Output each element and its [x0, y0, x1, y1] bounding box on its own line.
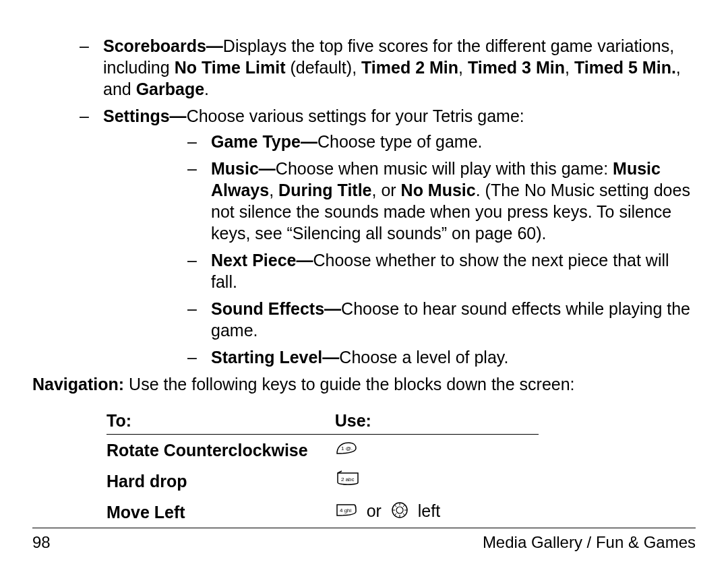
- move-left-or: or: [363, 501, 386, 520]
- settings-sublist: Game Type—Choose type of game. Music—Cho…: [171, 131, 696, 368]
- bullet-scoreboards: Scoreboards—Displays the top five scores…: [66, 35, 696, 100]
- options-list: Scoreboards—Displays the top five scores…: [66, 35, 696, 368]
- svg-text:1  @.: 1 @.: [341, 445, 353, 451]
- keys-table: To: Use: Rotate Counterclockwise 1 @. Ha…: [107, 407, 539, 528]
- startinglevel-head: Starting Level—: [211, 348, 339, 367]
- nextpiece-head: Next Piece—: [211, 251, 313, 270]
- action-rotate-ccw: Rotate Counterclockwise: [107, 435, 335, 466]
- svg-line-11: [394, 513, 396, 516]
- music-t3: , or: [372, 181, 401, 199]
- key-2-icon: 2 abc: [335, 470, 361, 493]
- music-t1: Choose when music will play with this ga…: [276, 159, 613, 178]
- bullet-nextpiece: Next Piece—Choose whether to show the ne…: [171, 249, 696, 292]
- key-4-icon: 4 ghi: [335, 501, 358, 524]
- keys-table-head-use: Use:: [335, 407, 539, 435]
- scoreboards-b2: Timed 2 Min: [361, 58, 458, 77]
- bullet-soundeffects: Sound Effects—Choose to hear sound effec…: [171, 298, 696, 341]
- page-footer: 98 Media Gallery / Fun & Games: [32, 528, 696, 553]
- bullet-gametype: Game Type—Choose type of game.: [171, 131, 696, 152]
- music-head: Music—: [211, 159, 276, 178]
- soundeffects-head: Sound Effects—: [211, 299, 341, 318]
- svg-text:2 abc: 2 abc: [341, 476, 355, 482]
- table-row: Move Left 4 ghi or: [107, 497, 539, 528]
- navigation-text: Use the following keys to guide the bloc…: [129, 375, 575, 394]
- table-row: Hard drop 2 abc: [107, 466, 539, 497]
- bullet-music: Music—Choose when music will play with t…: [171, 158, 696, 244]
- scoreboards-b1: No Time Limit: [175, 58, 286, 77]
- document-body: Scoreboards—Displays the top five scores…: [32, 35, 696, 528]
- page-number: 98: [32, 532, 51, 553]
- svg-line-10: [403, 505, 405, 507]
- bullet-settings: Settings—Choose various settings for you…: [66, 105, 696, 368]
- key-1-icon: 1 @.: [335, 439, 358, 462]
- music-t2: ,: [269, 181, 278, 199]
- svg-line-12: [403, 513, 405, 516]
- action-move-left: Move Left: [107, 497, 335, 528]
- gametype-head: Game Type—: [211, 132, 317, 151]
- gametype-text: Choose type of game.: [317, 132, 483, 151]
- keys-table-head-to: To:: [107, 407, 335, 435]
- action-hard-drop: Hard drop: [107, 466, 335, 497]
- footer-section: Media Gallery / Fun & Games: [483, 532, 696, 553]
- scoreboards-b4: Timed 5 Min.: [574, 58, 676, 77]
- nav-key-icon: [390, 501, 409, 524]
- table-row: Rotate Counterclockwise 1 @.: [107, 435, 539, 466]
- scoreboards-t4: ,: [565, 58, 574, 77]
- scoreboards-b3: Timed 3 Min: [468, 58, 565, 77]
- startinglevel-text: Choose a level of play.: [339, 348, 508, 367]
- move-left-suffix: left: [414, 501, 444, 520]
- navigation-line: Navigation: Use the following keys to gu…: [32, 373, 696, 395]
- bullet-startinglevel: Starting Level—Choose a level of play.: [171, 346, 696, 368]
- svg-point-4: [396, 507, 403, 513]
- svg-text:4 ghi: 4 ghi: [340, 507, 352, 513]
- scoreboards-head: Scoreboards—: [103, 36, 223, 55]
- navigation-head: Navigation:: [32, 375, 124, 394]
- music-b2: During Title: [278, 181, 371, 199]
- svg-line-9: [394, 505, 396, 507]
- scoreboards-b5: Garbage: [136, 80, 204, 98]
- settings-text: Choose various settings for your Tetris …: [187, 106, 524, 125]
- settings-head: Settings—: [103, 106, 187, 125]
- scoreboards-t6: .: [204, 80, 209, 98]
- scoreboards-t2: (default),: [285, 58, 361, 77]
- music-b3: No Music: [401, 181, 476, 199]
- scoreboards-t3: ,: [458, 58, 468, 77]
